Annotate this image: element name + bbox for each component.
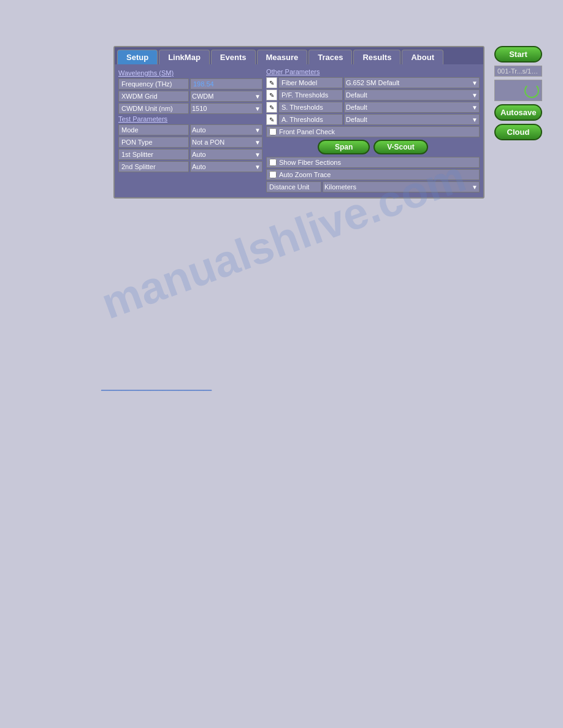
distance-unit-label: Distance Unit (266, 181, 321, 192)
frequency-value[interactable]: 198.54 (190, 78, 262, 89)
pf-thresholds-row: ✎ P/F. Thresholds Default ▼ (266, 89, 480, 100)
filename-display: 001-Tr...s/1510 (494, 66, 542, 77)
xwdm-row: XWDM Grid CWDM ▼ (118, 91, 262, 102)
splitter1-value: Auto (192, 151, 206, 158)
cwdm-arrow: ▼ (255, 105, 261, 112)
xwdm-arrow: ▼ (255, 93, 261, 100)
a-thresholds-edit-icon[interactable]: ✎ (266, 114, 277, 125)
a-thresholds-row: ✎ A. Thresholds Default ▼ (266, 114, 480, 125)
frequency-label: Frequency (THz) (118, 78, 189, 89)
cloud-button[interactable]: Cloud (494, 124, 542, 140)
distance-unit-select[interactable]: Kilometers ▼ (323, 181, 480, 192)
other-params-header: Other Parameters (266, 68, 480, 75)
distance-unit-row: Distance Unit Kilometers ▼ (266, 181, 480, 192)
cwdm-row: CWDM Unit (nm) 1510 ▼ (118, 103, 262, 114)
tab-measure[interactable]: Measure (257, 50, 308, 64)
mode-row: Mode Auto ▼ (118, 124, 262, 135)
nav-tabs: Setup LinkMap Events Measure Traces Resu… (115, 47, 483, 64)
pf-thresholds-select[interactable]: Default ▼ (344, 89, 480, 100)
bottom-link[interactable]: ___________________________ (101, 382, 212, 391)
fiber-model-value: G.652 SM Default (346, 79, 399, 86)
mode-arrow: ▼ (255, 127, 261, 134)
cwdm-select[interactable]: 1510 ▼ (190, 103, 262, 114)
main-panel: Setup LinkMap Events Measure Traces Resu… (113, 46, 484, 199)
mode-value: Auto (192, 126, 206, 134)
distance-unit-arrow: ▼ (472, 184, 478, 191)
splitter2-value: Auto (192, 163, 206, 170)
xwdm-value: CWDM (192, 93, 213, 100)
s-thresholds-select[interactable]: Default ▼ (344, 102, 480, 113)
tab-about[interactable]: About (402, 50, 443, 64)
vscout-button[interactable]: V-Scout (373, 140, 428, 154)
front-panel-check-checkbox[interactable] (269, 128, 277, 135)
pon-arrow: ▼ (255, 139, 261, 146)
cwdm-label: CWDM Unit (nm) (118, 103, 189, 114)
s-thresholds-row: ✎ S. Thresholds Default ▼ (266, 102, 480, 113)
a-thresholds-label: A. Thresholds (278, 114, 343, 125)
fiber-model-edit-icon[interactable]: ✎ (266, 77, 277, 88)
tab-setup[interactable]: Setup (117, 50, 158, 64)
pon-label: PON Type (118, 137, 189, 148)
tab-events[interactable]: Events (211, 50, 256, 64)
test-params-header: Test Parameters (118, 115, 262, 123)
mini-preview (494, 80, 542, 101)
distance-unit-value: Kilometers (324, 183, 356, 191)
splitter2-arrow: ▼ (255, 164, 261, 170)
splitter1-select[interactable]: Auto ▼ (190, 149, 262, 160)
a-thresholds-select[interactable]: Default ▼ (344, 114, 480, 125)
splitter1-label: 1st Splitter (118, 149, 189, 160)
cwdm-value: 1510 (192, 105, 207, 112)
autosave-button[interactable]: Autosave (494, 104, 542, 121)
show-fiber-sections-label: Show Fiber Sections (279, 159, 341, 166)
wavelengths-header: Wavelengths (SM) (118, 69, 262, 77)
tab-traces[interactable]: Traces (308, 50, 352, 64)
pon-value: Not a PON (192, 138, 224, 146)
right-sidebar: Start 001-Tr...s/1510 Autosave Cloud (491, 46, 546, 140)
splitter1-arrow: ▼ (255, 151, 261, 158)
fiber-model-label: Fiber Model (278, 77, 343, 88)
splitter2-label: 2nd Splitter (118, 161, 189, 172)
mode-select[interactable]: Auto ▼ (190, 124, 262, 135)
show-fiber-sections-row: Show Fiber Sections (266, 157, 480, 168)
splitter2-row: 2nd Splitter Auto ▼ (118, 161, 262, 172)
splitter1-row: 1st Splitter Auto ▼ (118, 149, 262, 160)
a-thresholds-arrow: ▼ (472, 116, 478, 123)
s-thresholds-value: Default (346, 104, 367, 111)
fiber-model-select[interactable]: G.652 SM Default ▼ (344, 77, 480, 88)
pf-thresholds-arrow: ▼ (472, 92, 478, 99)
pf-thresholds-label: P/F. Thresholds (278, 89, 343, 100)
start-button[interactable]: Start (494, 46, 542, 63)
span-vscout-row: Span V-Scout (266, 140, 480, 154)
s-thresholds-arrow: ▼ (472, 104, 478, 111)
mode-label: Mode (118, 124, 189, 135)
content-area: Wavelengths (SM) Frequency (THz) 198.54 … (115, 64, 483, 197)
xwdm-label: XWDM Grid (118, 91, 189, 102)
auto-zoom-trace-label: Auto Zoom Trace (279, 171, 331, 178)
pf-thresholds-value: Default (346, 91, 367, 99)
fiber-model-arrow: ▼ (472, 80, 478, 86)
fiber-model-row: ✎ Fiber Model G.652 SM Default ▼ (266, 77, 480, 88)
auto-zoom-trace-checkbox[interactable] (269, 171, 277, 178)
s-thresholds-label: S. Thresholds (278, 102, 343, 113)
splitter2-select[interactable]: Auto ▼ (190, 161, 262, 172)
show-fiber-sections-checkbox[interactable] (269, 159, 277, 166)
frequency-row: Frequency (THz) 198.54 (118, 78, 262, 89)
auto-zoom-trace-row: Auto Zoom Trace (266, 169, 480, 180)
tab-linkmap[interactable]: LinkMap (159, 50, 210, 64)
span-button[interactable]: Span (318, 140, 370, 154)
right-column: Other Parameters ✎ Fiber Model G.652 SM … (266, 68, 480, 194)
s-thresholds-edit-icon[interactable]: ✎ (266, 102, 277, 113)
front-panel-check-label: Front Panel Check (279, 128, 335, 135)
front-panel-check-row: Front Panel Check (266, 126, 480, 137)
pon-row: PON Type Not a PON ▼ (118, 137, 262, 148)
xwdm-select[interactable]: CWDM ▼ (190, 91, 262, 102)
a-thresholds-value: Default (346, 116, 367, 123)
pf-thresholds-edit-icon[interactable]: ✎ (266, 89, 277, 100)
tab-results[interactable]: Results (353, 50, 400, 64)
pon-select[interactable]: Not a PON ▼ (190, 137, 262, 148)
left-column: Wavelengths (SM) Frequency (THz) 198.54 … (118, 68, 262, 194)
refresh-icon (524, 83, 539, 98)
